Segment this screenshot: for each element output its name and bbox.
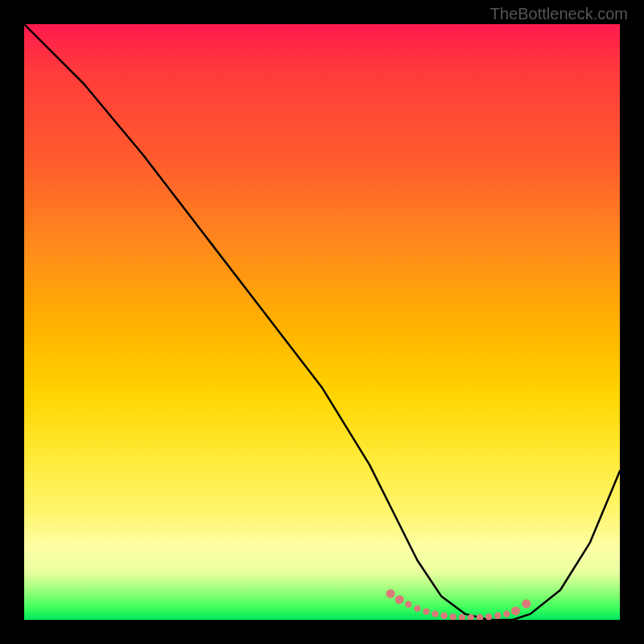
marker-dot — [386, 589, 395, 598]
chart-frame — [24, 24, 620, 620]
marker-dot — [395, 595, 404, 604]
marker-dot — [485, 613, 492, 620]
watermark-text: TheBottleneck.com — [490, 5, 628, 23]
chart-container: TheBottleneck.com — [0, 0, 644, 644]
marker-dot — [414, 605, 420, 612]
dotted-markers — [386, 589, 531, 620]
marker-dot — [405, 601, 411, 608]
chart-overlay — [24, 24, 620, 620]
marker-dot — [477, 614, 483, 620]
marker-dot — [511, 606, 520, 615]
marker-dot — [494, 613, 501, 619]
marker-dot — [450, 613, 456, 620]
curve-line — [24, 24, 620, 620]
marker-dot — [503, 610, 510, 617]
marker-dot — [441, 613, 448, 619]
marker-dot — [459, 614, 465, 620]
marker-dot — [423, 608, 429, 614]
marker-dot — [431, 610, 438, 617]
marker-dot — [522, 600, 530, 609]
